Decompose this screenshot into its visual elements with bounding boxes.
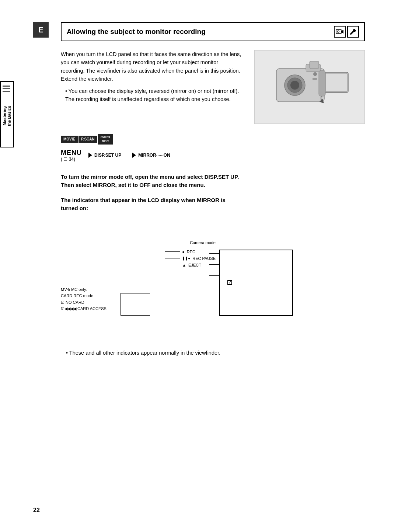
left-connector-v: [121, 293, 121, 315]
svg-marker-1: [341, 30, 343, 34]
connector-line-2: [165, 258, 180, 258]
svg-rect-10: [310, 61, 319, 69]
intro-bullets: You can choose the display style, revers…: [61, 87, 243, 104]
lcd-checkbox-indicator: [227, 280, 232, 286]
menu-item-1-label: DISP.SET UP: [94, 153, 121, 158]
right-indicator-labels: ● REC ❚❚● REC PAUSE ▲ EJECT: [165, 250, 216, 267]
instruction-2-line1: The indicators that appear in the LCD di…: [61, 197, 226, 203]
instruction-2: The indicators that appear in the LCD di…: [61, 196, 365, 213]
svg-rect-13: [313, 78, 317, 80]
instruction-1-line2: Then select MIRROR, set it to OFF and cl…: [61, 182, 205, 188]
camera-image-box: [254, 50, 365, 124]
header-icons: [334, 26, 359, 38]
svg-rect-9: [325, 73, 347, 91]
intro-bullet1: You can choose the display style, revers…: [65, 87, 243, 104]
left-connector-h2: [121, 315, 150, 316]
card-rec-line1: CARD: [101, 135, 110, 139]
movie-button[interactable]: MOVIE: [61, 136, 78, 143]
card-rec-line2: REC: [102, 139, 109, 143]
svg-rect-0: [336, 29, 341, 34]
bottom-note: These and all other indicators appear no…: [61, 349, 365, 357]
mode-buttons-row: MOVIE P.SCAN CARD REC: [61, 134, 365, 145]
connector-horiz-bot: [209, 275, 220, 276]
arrow-icon-2: [132, 153, 136, 158]
lcd-screen: [219, 250, 293, 316]
menu-item-2: MIRROR······ON: [132, 153, 170, 158]
eject-symbol: ▲: [182, 263, 186, 267]
section-header: Allowing the subject to monitor recordin…: [61, 22, 365, 41]
intro-text-col: When you turn the LCD panel so that it f…: [61, 50, 243, 124]
pscan-button[interactable]: P.SCAN: [78, 136, 97, 143]
instruction-block: To turn the mirror mode off, open the me…: [61, 173, 365, 213]
rec-pause-text: REC PAUSE: [192, 256, 216, 261]
menu-label: MENU: [61, 149, 82, 157]
connector-line-1: [165, 251, 180, 252]
menu-ref: ( ☐ 34): [61, 157, 75, 162]
svg-point-12: [313, 72, 317, 76]
menu-row: MENU ( ☐ 34) DISP.SET UP MIRROR······ON: [61, 149, 365, 162]
eject-text: EJECT: [188, 263, 201, 267]
rec-pause-symbol: ❚❚●: [182, 256, 190, 260]
sidebar-lines: [3, 86, 10, 93]
page: E Masteringthe Basics Allowing the subje…: [0, 0, 398, 532]
menu-item-1: DISP.SET UP: [88, 153, 121, 158]
card-access-label: ☑◀◀◀◀ CARD ACCESS: [61, 306, 107, 312]
camera-icon: [334, 26, 346, 38]
wrench-icon: [347, 26, 359, 38]
sidebar-label: Masteringthe Basics: [2, 106, 12, 126]
intro-paragraph1: When you turn the LCD panel so that it f…: [61, 50, 243, 83]
menu-item-2-label: MIRROR······ON: [138, 153, 170, 158]
svg-point-2: [338, 31, 339, 32]
card-rec-mode-label: CARD REC mode: [61, 293, 107, 299]
instruction-2-line2: turned on:: [61, 205, 88, 211]
rec-text: REC: [187, 250, 195, 254]
instruction-1: To turn the mirror mode off, open the me…: [61, 173, 365, 189]
instruction-1-line1: To turn the mirror mode off, open the me…: [61, 174, 239, 180]
section-e-marker: E: [33, 22, 49, 38]
section-title: Allowing the subject to monitor recordin…: [67, 28, 206, 36]
checkbox-symbol: [227, 280, 232, 285]
no-card-label: ☑ NO CARD: [61, 299, 107, 306]
arrow-icon-1: [88, 153, 92, 158]
page-number: 22: [33, 507, 40, 514]
camera-mode-label: Camera mode: [190, 240, 216, 245]
connector-horiz-top: [209, 253, 220, 254]
connector-line-3: [165, 265, 180, 265]
svg-rect-11: [319, 70, 325, 96]
connector-horiz-mid: [209, 264, 220, 265]
rec-symbol: ●: [182, 250, 185, 254]
left-connector-h: [121, 293, 150, 293]
card-rec-button[interactable]: CARD REC: [98, 134, 113, 145]
mv4i-label: MV4i MC only:: [61, 286, 107, 293]
rec-label-row: ● REC: [165, 250, 216, 254]
camera-image-col: [254, 50, 365, 124]
svg-point-6: [290, 81, 299, 90]
eject-label-row: ▲ EJECT: [165, 263, 216, 267]
rec-pause-label-row: ❚❚● REC PAUSE: [165, 256, 216, 261]
sidebar-tab: Masteringthe Basics: [0, 81, 14, 147]
lcd-diagram: Camera mode ● REC ❚❚● REC PAUSE ▲ EJECT: [61, 220, 300, 338]
section-letter: E: [38, 26, 43, 34]
camera-mode-text: Camera mode: [190, 240, 216, 245]
left-indicator-labels: MV4i MC only: CARD REC mode ☑ NO CARD ☑◀…: [61, 286, 107, 312]
main-content: When you turn the LCD panel so that it f…: [61, 50, 365, 124]
bottom-note-text: These and all other indicators appear no…: [66, 349, 365, 357]
menu-items: DISP.SET UP MIRROR······ON: [88, 153, 170, 158]
